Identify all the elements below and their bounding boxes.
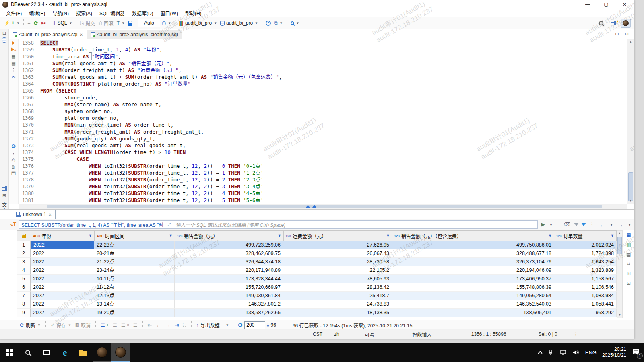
- notification-center-icon[interactable]: 1: [632, 348, 640, 357]
- grid-cell[interactable]: 146,352,540.03: [392, 300, 554, 309]
- volume-icon[interactable]: [572, 349, 580, 356]
- grid-cell[interactable]: 19-20点: [94, 309, 175, 317]
- table-row[interactable]: 4202223-24点220,171,940.8922,105.2220,194…: [17, 266, 617, 275]
- panel-icon[interactable]: ⊞: [1, 193, 8, 198]
- table-row[interactable]: 7202212-13点149,030,861.8425,418.7149,056…: [17, 292, 617, 300]
- lock-icon[interactable]: [126, 19, 134, 27]
- row-number[interactable]: 5: [17, 275, 31, 283]
- perspective-icon[interactable]: ★: [609, 19, 621, 27]
- transaction-filter-button[interactable]: T▼: [115, 19, 126, 27]
- editor-pane-buttons[interactable]: ⊟ ⊡: [615, 31, 632, 37]
- add-row-icon[interactable]: ☰+: [99, 321, 110, 329]
- maximize-button[interactable]: ▢: [597, 0, 615, 9]
- grid-cell[interactable]: 1,083,984: [554, 292, 617, 300]
- reconnect-icon[interactable]: ⟳: [32, 19, 40, 27]
- filter-input[interactable]: SELECT SUBSTR(order_time_t, 1, 4) AS "年份…: [19, 220, 538, 229]
- dbeaver-perspective-icon[interactable]: [621, 19, 631, 28]
- close-button[interactable]: ✕: [615, 0, 634, 9]
- grid-cell[interactable]: 24,738.83: [283, 300, 392, 309]
- grid-cell[interactable]: 138,587,262.65: [175, 309, 283, 317]
- row-number[interactable]: 7: [17, 292, 31, 300]
- grid-cell[interactable]: 146,327,801.2: [175, 300, 283, 309]
- grid-cell[interactable]: 22,105.2: [283, 266, 392, 275]
- menu-item[interactable]: 编辑(E): [25, 9, 49, 17]
- fetch-all-icon[interactable]: ⤓: [267, 322, 269, 328]
- results-tab-unknown1[interactable]: unknown 1 ✕: [12, 210, 56, 219]
- grid-cell[interactable]: 28,730.58: [283, 258, 392, 266]
- delete-row-icon[interactable]: ☰×: [120, 321, 130, 329]
- grid-cell[interactable]: 958,292: [554, 309, 617, 317]
- menu-item[interactable]: 数据库(D): [128, 9, 157, 17]
- grid-cell[interactable]: 328,488,677.18: [392, 249, 554, 258]
- row-number[interactable]: 8: [17, 300, 31, 309]
- language-indicator[interactable]: ENG: [585, 350, 597, 356]
- grid-cell[interactable]: 499,723,259.06: [175, 241, 283, 249]
- grid-cell[interactable]: 155,748,806.39: [392, 283, 554, 292]
- grid-cell[interactable]: 23-24点: [94, 266, 175, 275]
- row-header-corner[interactable]: [17, 231, 31, 241]
- row-number[interactable]: 6: [17, 283, 31, 292]
- code-line[interactable]: 1358SELECT: [19, 39, 627, 46]
- sql-editor-button[interactable]: ⟦SQL▼: [52, 19, 74, 27]
- row-number[interactable]: 2: [17, 249, 31, 258]
- grid-cell[interactable]: 2022: [31, 275, 94, 283]
- settings-gear-icon[interactable]: ⚙: [10, 143, 17, 149]
- execute-statement-icon[interactable]: [10, 41, 17, 46]
- last-page-icon[interactable]: ⇥: [173, 321, 180, 329]
- more-dots-icon[interactable]: ⋮: [10, 151, 17, 156]
- grid-cell[interactable]: 328,462,609.75: [175, 249, 283, 258]
- log-panel-icon[interactable]: 🗎: [10, 165, 17, 169]
- grid-cell[interactable]: 2,012,024: [554, 241, 617, 249]
- grid-cell[interactable]: 149,030,861.84: [175, 292, 283, 300]
- grid-cell[interactable]: 220,194,046.09: [392, 266, 554, 275]
- grid-cell[interactable]: 173,406,950.37: [392, 275, 554, 283]
- grid-cell[interactable]: 326,373,104.76: [392, 258, 554, 266]
- menu-item[interactable]: SQL 编辑器: [96, 9, 128, 17]
- taskbar-search-icon[interactable]: [19, 343, 37, 362]
- tab-analysis-cleartime-sql[interactable]: <audit_bi_pro> analysis_cleartime.sql: [87, 30, 182, 39]
- code-line[interactable]: 1371 MAX(order_freight_amt) AS order_fre…: [19, 128, 627, 135]
- table-row[interactable]: 2202220-21点328,462,609.7526,067.43328,48…: [17, 249, 617, 258]
- grid-cell[interactable]: 1,643,254: [554, 258, 617, 266]
- next-page-icon[interactable]: →: [164, 321, 171, 329]
- back-arrow-icon[interactable]: ←: [598, 221, 607, 228]
- column-dropdown-icon[interactable]: ▼: [89, 234, 92, 238]
- row-number[interactable]: 9: [17, 309, 31, 317]
- menu-item[interactable]: 文件(F): [2, 9, 25, 17]
- grid-cell[interactable]: 1,058,441: [554, 300, 617, 309]
- code-line[interactable]: 1376 WHEN toInt32(SUBSTR(order_time_t, 1…: [19, 162, 627, 169]
- copy-row-icon[interactable]: ☰: [111, 321, 118, 329]
- grid-view-tab[interactable]: [1, 186, 8, 191]
- column-dropdown-icon[interactable]: ▼: [386, 234, 390, 238]
- code-line[interactable]: 1380 WHEN toInt32(SUBSTR(order_time_t, 1…: [19, 190, 627, 197]
- disconnect-icon[interactable]: ✂: [40, 19, 47, 27]
- code-line[interactable]: 1361 SUM(real_goods_amt_t) AS "销售金额（元）",: [19, 60, 627, 67]
- menu-item[interactable]: 搜索(A): [72, 9, 96, 17]
- database-select[interactable]: audit_bi_pro▼: [219, 19, 260, 27]
- grid-cell[interactable]: 2022: [31, 283, 94, 292]
- connection-select[interactable]: audit_bi_pro▼: [177, 19, 219, 27]
- filter-history-dropdown-icon[interactable]: ▾: [549, 222, 553, 227]
- code-line[interactable]: 1369 platform_order_no,: [19, 115, 627, 121]
- grid-cell[interactable]: 13-14点: [94, 300, 175, 309]
- export-icon[interactable]: ✉: [10, 74, 17, 80]
- tab-analysis-sql[interactable]: <audit_bi_pro> analysis.sql ✕: [9, 30, 87, 39]
- column-header-5[interactable]: 123销售金额（元）（包含运费）▼: [392, 231, 554, 241]
- column-dropdown-icon[interactable]: ▼: [611, 234, 614, 238]
- grid-cell[interactable]: 220,171,940.89: [175, 266, 283, 275]
- grid-cell[interactable]: 1,106,546: [554, 283, 617, 292]
- column-dropdown-icon[interactable]: ▼: [278, 234, 281, 238]
- filter-settings-icon[interactable]: [581, 223, 586, 226]
- grid-cell[interactable]: 21-22点: [94, 258, 175, 266]
- grid-vertical-scrollbar[interactable]: ▲ ▼: [617, 230, 623, 318]
- code-line[interactable]: 1372 SUM(goods_qty) AS goods_qty_t,: [19, 135, 627, 142]
- more-dots-icon[interactable]: ⋮: [10, 68, 17, 73]
- grid-settings-gear-icon[interactable]: ⚙: [238, 322, 243, 328]
- code-line[interactable]: 1363 SUM(real_goods_amt_t) + SUM(order_f…: [19, 74, 627, 80]
- code-line[interactable]: 1375 CASE: [19, 156, 627, 162]
- grid-cell[interactable]: 20-21点: [94, 249, 175, 258]
- dbeaver-app-icon[interactable]: [93, 343, 111, 362]
- grid-cell[interactable]: 27,626.95: [283, 241, 392, 249]
- status-more-dots[interactable]: ⋮: [568, 329, 584, 339]
- code-line[interactable]: 1370 MIN(min_order_time) AS order_time_t…: [19, 121, 627, 128]
